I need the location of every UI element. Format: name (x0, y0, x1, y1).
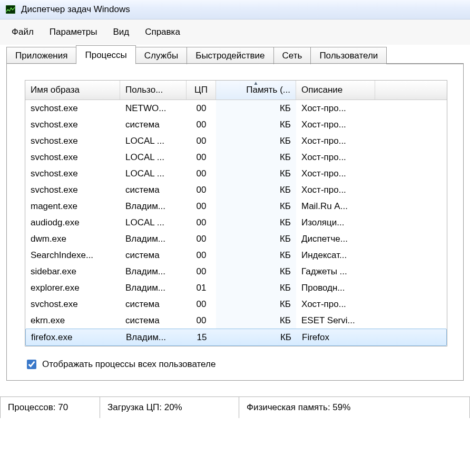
table-row[interactable]: audiodg.exeLOCAL ...00КБИзоляци... (25, 214, 447, 231)
tab-users[interactable]: Пользователи (310, 47, 387, 64)
tab-applications[interactable]: Приложения (6, 47, 76, 64)
cell-cpu: 00 (187, 149, 216, 165)
table-row[interactable]: explorer.exeВладим...01КБПроводн... (25, 280, 447, 296)
cell-name: svchost.exe (25, 296, 120, 312)
cell-cpu: 00 (187, 296, 216, 312)
cell-user: Владим... (120, 198, 187, 214)
table-row[interactable]: svchost.exeLOCAL ...00КБХост-про... (25, 165, 447, 182)
cell-memory: КБ (216, 116, 296, 133)
cell-memory: КБ (216, 165, 296, 182)
cell-memory: КБ (216, 100, 296, 116)
cell-memory: КБ (216, 231, 296, 247)
cell-cpu: 00 (187, 165, 216, 182)
cell-cpu: 00 (187, 214, 216, 231)
cell-user: LOCAL ... (120, 165, 187, 182)
table-row[interactable]: svchost.exeсистема00КБХост-про... (25, 296, 447, 312)
cell-description: Хост-про... (296, 296, 375, 312)
cell-user: LOCAL ... (120, 133, 187, 149)
tab-processes[interactable]: Процессы (76, 45, 135, 64)
column-memory[interactable]: ▲ Память (... (216, 81, 296, 100)
cell-name: svchost.exe (25, 116, 120, 133)
menu-file[interactable]: Файл (4, 25, 41, 39)
cell-name: SearchIndexe... (25, 247, 120, 263)
cell-description: ESET Servi... (296, 312, 375, 329)
cell-cpu: 00 (187, 312, 216, 329)
cell-description: Хост-про... (296, 149, 375, 165)
table-row[interactable]: svchost.exeсистема00КБХост-про... (25, 182, 447, 198)
cell-memory: КБ (216, 280, 296, 296)
status-memory: Физическая память: 59% (239, 397, 470, 418)
cell-description: Хост-про... (296, 116, 375, 133)
cell-description: Проводн... (296, 280, 375, 296)
cell-name: svchost.exe (25, 182, 120, 198)
cell-description: Гаджеты ... (296, 263, 375, 280)
cell-name: svchost.exe (25, 133, 120, 149)
column-cpu[interactable]: ЦП (187, 81, 216, 100)
table-header: Имя образа Пользо... ЦП ▲ Память (... Оп… (25, 81, 447, 100)
cell-user: Владим... (121, 329, 187, 345)
cell-memory: КБ (216, 149, 296, 165)
cell-user: Владим... (120, 263, 187, 280)
table-row[interactable]: svchost.exeNETWO...00КБХост-про... (25, 100, 447, 116)
cell-cpu: 01 (187, 280, 216, 296)
cell-user: система (120, 296, 187, 312)
cell-description: Хост-про... (296, 165, 375, 182)
cell-name: sidebar.exe (25, 263, 120, 280)
table-row[interactable]: svchost.exeсистема00КБХост-про... (25, 116, 447, 133)
process-table: Имя образа Пользо... ЦП ▲ Память (... Оп… (25, 80, 447, 346)
table-row[interactable]: SearchIndexe...система00КБИндексат... (25, 247, 447, 263)
cell-user: система (120, 312, 187, 329)
cell-cpu: 00 (187, 247, 216, 263)
cell-name: firefox.exe (26, 329, 121, 345)
cell-memory: КБ (217, 329, 297, 345)
tab-services[interactable]: Службы (135, 47, 187, 64)
table-row[interactable]: svchost.exeLOCAL ...00КБХост-про... (25, 133, 447, 149)
table-body: svchost.exeNETWO...00КБХост-про...svchos… (25, 100, 447, 346)
cell-name: audiodg.exe (25, 214, 120, 231)
table-row[interactable]: ekrn.exeсистема00КБESET Servi... (25, 312, 447, 329)
cell-memory: КБ (216, 263, 296, 280)
table-row[interactable]: magent.exeВладим...00КБMail.Ru А... (25, 198, 447, 214)
column-description[interactable]: Описание (296, 81, 375, 100)
cell-cpu: 15 (187, 329, 217, 345)
column-memory-label: Память (... (246, 85, 290, 95)
menu-help[interactable]: Справка (138, 25, 188, 39)
cell-cpu: 00 (187, 182, 216, 198)
cell-description: Хост-про... (296, 100, 375, 116)
cell-user: Владим... (120, 231, 187, 247)
tab-performance[interactable]: Быстродействие (187, 47, 273, 64)
column-user[interactable]: Пользо... (120, 81, 187, 100)
cell-name: svchost.exe (25, 100, 120, 116)
cell-description: Mail.Ru А... (296, 198, 375, 214)
menu-view[interactable]: Вид (105, 25, 136, 39)
cell-memory: КБ (216, 182, 296, 198)
show-all-users-label: Отображать процессы всех пользователе (42, 359, 216, 370)
show-all-users-row: Отображать процессы всех пользователе (25, 358, 447, 371)
cell-user: Владим... (120, 280, 187, 296)
cell-user: LOCAL ... (120, 214, 187, 231)
column-spacer (375, 81, 447, 100)
menu-bar: Файл Параметры Вид Справка (0, 19, 470, 45)
table-row[interactable]: dwm.exeВладим...00КБДиспетче... (25, 231, 447, 247)
table-row[interactable]: sidebar.exeВладим...00КБГаджеты ... (25, 263, 447, 280)
cell-description: Индексат... (296, 247, 375, 263)
title-bar: Диспетчер задач Windows (0, 0, 470, 19)
cell-cpu: 00 (187, 263, 216, 280)
status-cpu: Загрузка ЦП: 20% (100, 397, 239, 418)
menu-options[interactable]: Параметры (42, 25, 105, 39)
cell-user: система (120, 247, 187, 263)
cell-user: система (120, 182, 187, 198)
table-row[interactable]: svchost.exeLOCAL ...00КБХост-про... (25, 149, 447, 165)
cell-description: Хост-про... (296, 182, 375, 198)
tab-network[interactable]: Сеть (273, 47, 311, 64)
table-row[interactable]: firefox.exeВладим...15КБFirefox (25, 329, 447, 346)
sort-ascending-icon: ▲ (253, 81, 259, 86)
cell-user: система (120, 116, 187, 133)
cell-name: dwm.exe (25, 231, 120, 247)
column-name[interactable]: Имя образа (25, 81, 120, 100)
show-all-users-checkbox[interactable] (27, 360, 36, 369)
cell-memory: КБ (216, 133, 296, 149)
cell-description: Диспетче... (296, 231, 375, 247)
cell-name: explorer.exe (25, 280, 120, 296)
cell-cpu: 00 (187, 231, 216, 247)
